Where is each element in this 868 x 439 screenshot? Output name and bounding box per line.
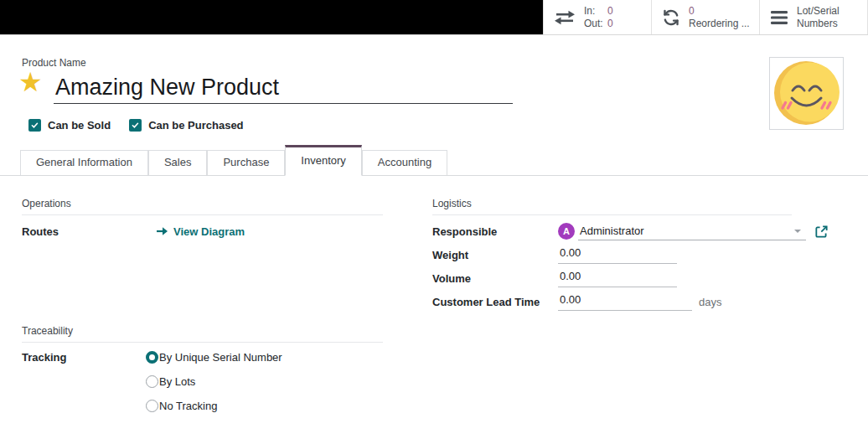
check-icon	[129, 119, 142, 132]
routes-label: Routes	[22, 225, 146, 238]
reordering-values: 0 Reordering ...	[689, 5, 750, 30]
tab-accounting[interactable]: Accounting	[362, 150, 447, 175]
user-avatar: A	[558, 223, 575, 240]
top-bar-dark-area	[0, 0, 543, 34]
dropdown-caret-icon[interactable]	[794, 230, 801, 233]
tab-inventory[interactable]: Inventory	[285, 145, 361, 176]
tab-sales[interactable]: Sales	[148, 150, 208, 175]
responsible-value: Administrator	[578, 225, 644, 237]
reordering-label: Reordering ...	[689, 18, 750, 30]
in-label: In:	[584, 5, 607, 18]
in-out-values: In:0 Out:0	[584, 5, 613, 30]
sale-purchase-checkboxes: Can be Sold Can be Purchased	[28, 119, 244, 132]
reordering-rules-stat-button[interactable]: 0 Reordering ...	[651, 0, 759, 34]
check-icon	[28, 119, 41, 132]
days-suffix: days	[699, 296, 721, 308]
volume-input[interactable]: 0.00	[558, 269, 677, 287]
lot-serial-numbers-stat-button[interactable]: Lot/Serial Numbers	[759, 0, 868, 34]
stat-button-box: In:0 Out:0 0 Reordering ...	[543, 0, 868, 34]
weight-input[interactable]: 0.00	[558, 245, 677, 264]
favorite-star-icon[interactable]: ★	[18, 69, 43, 96]
can-be-sold-label: Can be Sold	[48, 119, 111, 132]
in-value: 0	[607, 5, 613, 18]
top-bar: In:0 Out:0 0 Reordering ...	[0, 0, 868, 35]
out-label: Out:	[584, 18, 607, 30]
tracking-row: Tracking By Unique Serial Number By Lots…	[22, 345, 383, 369]
in-out-stat-button[interactable]: In:0 Out:0	[543, 0, 651, 34]
external-link-icon[interactable]	[814, 225, 829, 239]
radio-selected-icon	[146, 351, 158, 364]
weight-row: Weight 0.00	[432, 243, 792, 266]
responsible-row: Responsible A Administrator	[432, 220, 843, 243]
out-value: 0	[607, 18, 613, 30]
lot-serial-label: Lot/Serial Numbers	[797, 5, 840, 30]
logistics-section-heading: Logistics	[432, 198, 792, 215]
can-be-purchased-checkbox[interactable]: Can be Purchased	[129, 119, 243, 132]
view-diagram-label: View Diagram	[173, 225, 245, 238]
radio-unselected-icon	[146, 400, 158, 412]
volume-row: Volume 0.00	[432, 266, 792, 290]
tracking-label: Tracking	[22, 345, 146, 364]
tracking-radio-group: By Unique Serial Number By Lots No Track…	[146, 345, 282, 418]
can-be-purchased-label: Can be Purchased	[148, 119, 243, 132]
weight-label: Weight	[432, 249, 558, 261]
exchange-icon	[554, 9, 576, 26]
product-image[interactable]	[769, 57, 844, 130]
customer-lead-time-row: Customer Lead Time 0.00 days	[432, 290, 792, 313]
responsible-many2one-field[interactable]: Administrator	[578, 222, 806, 240]
can-be-sold-checkbox[interactable]: Can be Sold	[28, 119, 111, 132]
arrow-right-icon	[156, 226, 168, 236]
volume-label: Volume	[432, 272, 558, 285]
radio-unselected-icon	[146, 375, 158, 388]
product-title: Amazing New Product	[54, 72, 513, 102]
routes-row: Routes View Diagram	[22, 220, 383, 243]
view-diagram-link[interactable]: View Diagram	[156, 225, 245, 238]
radio-by-lots[interactable]: By Lots	[146, 369, 282, 394]
smiley-face-image	[770, 58, 843, 129]
customer-lead-time-input[interactable]: 0.00	[558, 292, 692, 311]
reordering-count: 0	[689, 5, 695, 18]
radio-no-tracking[interactable]: No Tracking	[146, 394, 282, 418]
product-name-input[interactable]: Amazing New Product	[54, 72, 513, 104]
customer-lead-time-label: Customer Lead Time	[432, 296, 558, 308]
bars-icon	[770, 10, 788, 25]
operations-section-heading: Operations	[22, 198, 383, 215]
radio-by-unique-serial-number[interactable]: By Unique Serial Number	[146, 345, 282, 369]
notebook-tabs: General Information Sales Purchase Inven…	[0, 145, 868, 176]
tab-general-information[interactable]: General Information	[20, 150, 148, 175]
refresh-icon	[662, 8, 680, 27]
product-form-page: In:0 Out:0 0 Reordering ...	[0, 0, 868, 439]
traceability-section-heading: Traceability	[22, 325, 383, 343]
tab-purchase[interactable]: Purchase	[207, 150, 285, 175]
responsible-label: Responsible	[432, 225, 558, 238]
